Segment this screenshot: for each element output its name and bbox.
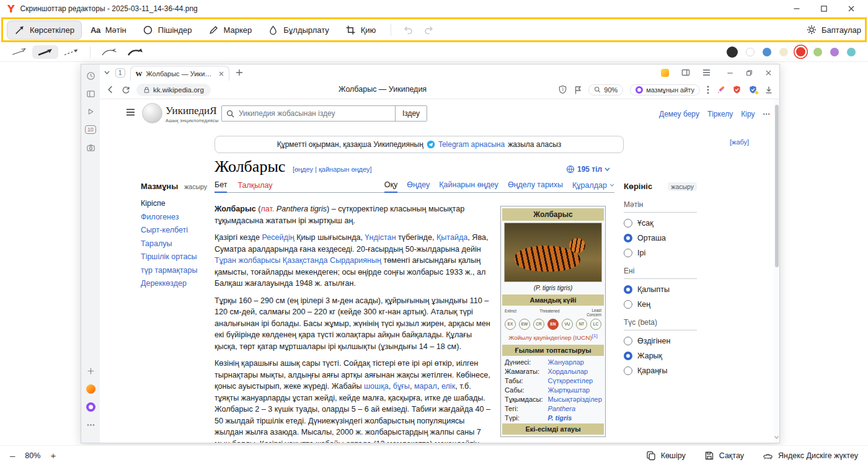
- taxon-link[interactable]: Panthera: [548, 405, 576, 412]
- taxon-link[interactable]: Мысықтәрізділер: [548, 396, 602, 403]
- tableau-counter-icon[interactable]: 10: [86, 125, 95, 135]
- close-button[interactable]: [847, 4, 856, 13]
- color-swatch-purple[interactable]: [830, 48, 839, 56]
- taxon-link[interactable]: Сүтқоректілер: [548, 377, 593, 384]
- protect-counter-shield-icon[interactable]: 1: [558, 85, 567, 94]
- tool-blur-button[interactable]: Бұлдырлату: [260, 20, 336, 40]
- radio-width-standard[interactable]: Қалыпты: [624, 285, 697, 294]
- copy-button[interactable]: Көшіру: [646, 450, 686, 461]
- promo-icon[interactable]: [661, 69, 669, 77]
- status-link[interactable]: Жойылу қаупіндегілер: [508, 334, 571, 341]
- tab-edit[interactable]: Өңдеу: [407, 180, 430, 192]
- tab-talk[interactable]: Талқылау: [237, 181, 272, 192]
- banner-close-link[interactable]: [жабу]: [730, 138, 749, 146]
- history-icon[interactable]: [86, 71, 95, 81]
- alice-icon[interactable]: [86, 402, 95, 412]
- save-button[interactable]: Сақтау: [704, 450, 744, 461]
- maximize-button[interactable]: [820, 4, 828, 13]
- radio-color-auto[interactable]: Өздігінен: [624, 337, 697, 345]
- article-link[interactable]: Қазақстанда: [283, 256, 328, 265]
- color-swatch-blue[interactable]: [763, 48, 771, 56]
- browser-menu-icon[interactable]: [702, 69, 711, 76]
- radio-width-wide[interactable]: Кең: [624, 300, 697, 309]
- back-icon[interactable]: [106, 85, 115, 94]
- undo-button[interactable]: [399, 22, 418, 38]
- tab-page[interactable]: Бет: [215, 180, 227, 193]
- protect-shield-icon[interactable]: [748, 85, 758, 94]
- toc-item-appearance[interactable]: Сырт-келбеті: [141, 226, 213, 234]
- settings-button[interactable]: Баптаулар: [807, 25, 861, 35]
- search-input[interactable]: [234, 109, 395, 118]
- upload-to-disk-button[interactable]: Яндекс Дискіге жүктеу: [763, 450, 858, 461]
- tool-shapes-button[interactable]: Пішіндер: [135, 20, 200, 40]
- scrollbar-down-arrow[interactable]: [774, 436, 779, 439]
- browser-close-button[interactable]: [765, 69, 772, 76]
- page-title-omnibox[interactable]: Жолбарыс — Уикипедия: [339, 85, 427, 94]
- arrow-style-curved-bold-button[interactable]: [122, 45, 148, 59]
- article-link[interactable]: бұғы: [393, 382, 410, 391]
- tool-crop-button[interactable]: Қию: [338, 20, 384, 40]
- bookmark-flag-icon[interactable]: [574, 86, 582, 94]
- wikipedia-logo[interactable]: [142, 103, 162, 123]
- taxon-link[interactable]: Жануарлар: [548, 358, 584, 366]
- toc-item-subspecies[interactable]: түр тармақтары: [141, 266, 213, 275]
- toc-item-distribution[interactable]: Таралуы: [141, 239, 213, 248]
- article-link[interactable]: марал: [414, 382, 437, 391]
- article-link[interactable]: шошқа: [364, 382, 389, 391]
- tab-tools[interactable]: Құралдар: [572, 180, 614, 192]
- article-link[interactable]: Сырдарияның: [330, 256, 381, 265]
- telegram-link[interactable]: Telegram арнасына: [438, 140, 505, 149]
- arrow-style-curved-button[interactable]: [96, 45, 122, 59]
- color-swatch-red-selected[interactable]: [796, 47, 805, 56]
- tab-list-chevron-icon[interactable]: [104, 70, 110, 75]
- page-scrollbar[interactable]: [774, 99, 779, 443]
- url-field[interactable]: kk.wikipedia.org: [136, 84, 211, 96]
- color-swatch-cyan[interactable]: [847, 48, 856, 56]
- editor-canvas[interactable]: 10 1 W Жолбарыс — Уикипед...: [0, 62, 868, 445]
- toc-item-references[interactable]: Дереккөздер: [141, 279, 213, 288]
- login-link[interactable]: Кіру: [741, 110, 755, 118]
- tab-group-counter[interactable]: 1: [115, 68, 125, 78]
- register-link[interactable]: Тіркелу: [707, 110, 733, 118]
- browser-tab-active[interactable]: W Жолбарыс — Уикипед...: [130, 66, 229, 81]
- appearance-hide-button[interactable]: жасыру: [668, 182, 697, 191]
- screenshot-camera-icon[interactable]: [86, 143, 95, 153]
- donate-link[interactable]: Демеу беру: [659, 110, 699, 118]
- scrollbar-thumb[interactable]: [775, 105, 779, 267]
- radio-text-large[interactable]: Ірі: [624, 249, 697, 257]
- article-link[interactable]: Тұран жолбарысы: [215, 256, 280, 265]
- wiki-menu-icon[interactable]: [126, 108, 135, 116]
- zoom-out-button[interactable]: –: [10, 451, 15, 460]
- browser-restore-button[interactable]: [746, 69, 753, 76]
- wikipedia-wordmark[interactable]: УикипедиЯ Ашық энциклопедиясы: [166, 105, 219, 123]
- refresh-icon[interactable]: [122, 86, 130, 94]
- panels-icon[interactable]: [86, 89, 95, 99]
- tab-close-icon[interactable]: [219, 71, 224, 76]
- download-icon[interactable]: [764, 86, 773, 94]
- color-swatch-white[interactable]: [746, 48, 755, 56]
- play-icon[interactable]: [86, 107, 95, 117]
- language-selector[interactable]: 195 тіл: [566, 165, 610, 174]
- redo-button[interactable]: [419, 22, 438, 38]
- tool-arrows-button[interactable]: Көрсеткілер: [7, 20, 82, 40]
- tool-text-button[interactable]: Аа Мәтін: [83, 21, 134, 39]
- side-panel-icon[interactable]: [681, 69, 690, 76]
- adblock-shield-icon[interactable]: [732, 85, 742, 94]
- minimize-button[interactable]: [792, 4, 801, 13]
- arrow-style-straight-button[interactable]: [6, 45, 32, 59]
- radio-text-medium[interactable]: Орташа: [624, 234, 697, 242]
- read-aloud-pill[interactable]: мазмұнын айту: [630, 84, 700, 95]
- article-link[interactable]: Қытайда: [436, 233, 467, 242]
- nav-more-icon[interactable]: ···: [763, 110, 770, 118]
- radio-color-light[interactable]: Жарық: [624, 352, 697, 360]
- title-edit-links[interactable]: [өңдеу | қайнарын өңдеу]: [293, 166, 372, 173]
- radio-color-dark[interactable]: Қараңғы: [624, 366, 697, 375]
- color-swatch-green[interactable]: [813, 48, 822, 56]
- more-options-icon[interactable]: [86, 420, 95, 430]
- arrow-style-bold-button[interactable]: [32, 45, 58, 59]
- yandex-services-icon[interactable]: [86, 384, 95, 394]
- tab-history[interactable]: Өңделу тарихы: [508, 180, 563, 192]
- article-link[interactable]: Үндістан: [365, 233, 396, 242]
- search-submit-button[interactable]: Іздеу: [395, 106, 427, 121]
- zoom-pill[interactable]: 90%: [588, 84, 623, 95]
